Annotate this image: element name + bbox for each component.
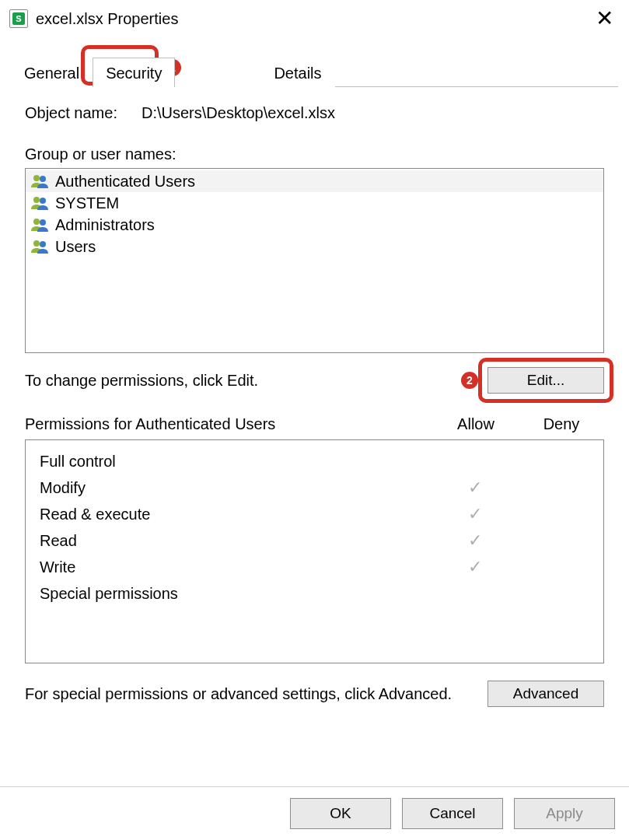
apply-button[interactable]: Apply	[514, 798, 615, 829]
permissions-header-label: Permissions for Authenticated Users	[25, 415, 433, 433]
users-icon	[30, 172, 49, 191]
group-user-listbox[interactable]: Authenticated Users SYSTEM Administrator…	[25, 168, 604, 353]
permission-row: Special permissions	[40, 580, 603, 607]
edit-button[interactable]: Edit...	[487, 367, 604, 394]
deny-header: Deny	[519, 415, 604, 433]
permission-row: Read✓	[40, 527, 603, 554]
edit-hint-text: To change permissions, click Edit.	[25, 372, 461, 390]
svg-point-5	[40, 219, 46, 226]
permission-name: Modify	[40, 479, 432, 497]
advanced-row: For special permissions or advanced sett…	[25, 681, 604, 707]
svg-point-3	[40, 198, 46, 204]
object-name-label: Object name:	[25, 104, 142, 122]
close-icon[interactable]: ✕	[589, 7, 620, 30]
permission-row: Full control	[40, 448, 603, 474]
allow-check-icon: ✓	[432, 504, 518, 524]
svg-point-6	[33, 240, 40, 247]
titlebar: S excel.xlsx Properties ✕	[0, 0, 629, 34]
svg-point-2	[33, 197, 40, 203]
file-icon: S	[9, 9, 28, 28]
tab-general[interactable]: General	[11, 58, 93, 87]
permission-name: Read	[40, 532, 432, 550]
ok-button[interactable]: OK	[290, 798, 391, 829]
permission-row: Write✓	[40, 554, 603, 580]
dialog-button-bar: OK Cancel Apply	[0, 786, 629, 840]
list-item-label: SYSTEM	[55, 194, 119, 212]
users-icon	[30, 215, 49, 234]
list-item[interactable]: Administrators	[26, 214, 603, 236]
permission-name: Write	[40, 558, 432, 576]
advanced-hint-text: For special permissions or advanced sett…	[25, 685, 487, 703]
users-icon	[30, 194, 49, 212]
list-item[interactable]: SYSTEM	[26, 192, 603, 214]
callout-badge-2: 2	[461, 372, 478, 389]
permission-row: Read & execute✓	[40, 501, 603, 527]
window-title: excel.xlsx Properties	[36, 10, 178, 28]
advanced-button[interactable]: Advanced	[487, 681, 604, 707]
object-name-row: Object name: D:\Users\Desktop\excel.xlsx	[25, 104, 604, 122]
list-item-label: Administrators	[55, 216, 155, 234]
list-item[interactable]: Authenticated Users	[26, 170, 603, 192]
users-icon	[30, 237, 49, 256]
permission-name: Special permissions	[40, 585, 432, 603]
tab-spacer	[175, 76, 260, 87]
object-name-value: D:\Users\Desktop\excel.xlsx	[142, 104, 335, 122]
tab-strip: General Security Details	[11, 50, 618, 87]
tab-details[interactable]: Details	[260, 58, 334, 87]
list-item[interactable]: Users	[26, 236, 603, 257]
allow-check-icon: ✓	[432, 557, 518, 577]
allow-check-icon: ✓	[432, 478, 518, 498]
tab-security[interactable]: Security	[93, 58, 175, 87]
permissions-listbox[interactable]: Full controlModify✓Read & execute✓Read✓W…	[25, 439, 604, 663]
allow-check-icon: ✓	[432, 530, 518, 551]
list-item-label: Authenticated Users	[55, 173, 195, 191]
permissions-header: Permissions for Authenticated Users Allo…	[25, 415, 604, 433]
svg-point-4	[33, 219, 40, 225]
edit-row: To change permissions, click Edit. 2 Edi…	[25, 367, 604, 394]
permission-name: Full control	[40, 453, 432, 471]
tab-content: Object name: D:\Users\Desktop\excel.xlsx…	[0, 87, 629, 718]
permission-row: Modify✓	[40, 474, 603, 501]
cancel-button[interactable]: Cancel	[402, 798, 503, 829]
svg-point-0	[33, 175, 40, 181]
allow-header: Allow	[433, 415, 519, 433]
list-item-label: Users	[55, 238, 96, 256]
svg-point-1	[40, 176, 46, 182]
permission-name: Read & execute	[40, 506, 432, 523]
svg-point-7	[40, 241, 46, 247]
groups-label: Group or user names:	[25, 145, 604, 163]
spreadsheet-badge: S	[12, 12, 25, 25]
